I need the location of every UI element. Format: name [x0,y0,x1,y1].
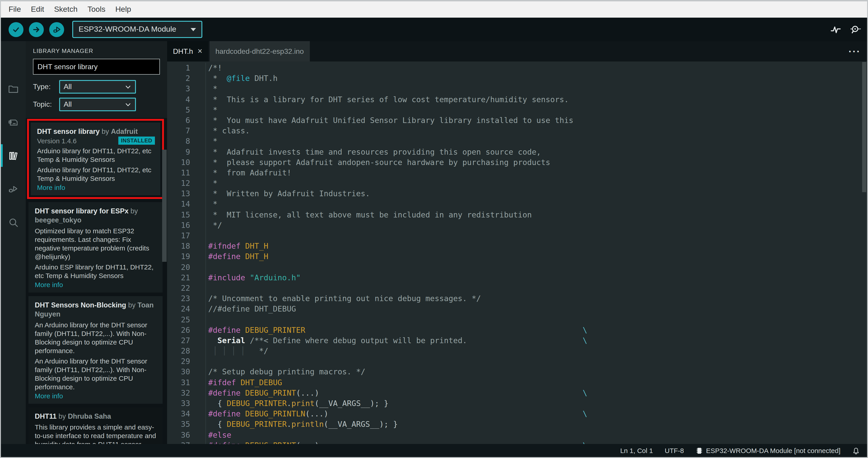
more-info-link[interactable]: More info [37,183,155,192]
menu-sketch[interactable]: Sketch [49,1,83,18]
sidebar-item-search[interactable] [1,215,26,230]
library-entry[interactable]: DHT sensor library by AdafruitVersion 1.… [31,122,160,195]
menu-help[interactable]: Help [111,1,136,18]
more-info-link[interactable]: More info [35,392,157,400]
code-text: #define DHT_H [208,252,268,262]
notifications-button[interactable] [852,447,860,455]
topic-filter-select[interactable]: All [59,98,136,111]
upload-button[interactable] [29,22,44,37]
library-name: DHT sensor library for ESPx [35,207,128,215]
type-filter-select[interactable]: All [59,80,136,93]
code-line[interactable]: 23/* Uncomment to enable printing out ni… [167,293,867,304]
verify-button[interactable] [8,22,24,37]
serial-monitor-icon[interactable] [849,24,861,35]
code-line[interactable]: 24//#define DHT_DEBUG [167,304,867,314]
code-line[interactable]: 19#define DHT_H [167,252,867,262]
code-line[interactable]: 11 * from Adafruit! [167,168,867,178]
code-text: Serial /**< Define where debug output wi… [208,336,587,346]
encoding[interactable]: UTF-8 [665,447,684,454]
library-description: This library provides a simple and easy-… [35,423,157,444]
code-line[interactable]: 30/* Setup debug printing macros. */ [167,367,867,377]
chevron-down-icon [125,101,131,108]
code-line[interactable]: 28 │ │ │ │ */ [167,346,867,356]
notifications-bell-icon [852,447,860,455]
code-line[interactable]: 29 [167,356,867,367]
code-line[interactable]: 13 * Written by Adafruit Industries. [167,189,867,199]
code-line[interactable]: 25 [167,314,867,325]
board-status[interactable]: ESP32-WROOM-DA Module [not connected] [696,447,840,455]
code-text: * You must have Adafruit Unified Sensor … [208,115,573,126]
code-line[interactable]: 15 * MIT license, all text above must be… [167,209,867,220]
code-line[interactable]: 32#define DEBUG_PRINT(...) \ [167,388,867,398]
sidebar-item-boards-manager[interactable] [1,114,26,130]
code-text: * This is a library for DHT series of lo… [208,94,569,105]
code-line[interactable]: 27 Serial /**< Define where debug output… [167,336,867,346]
sidebar-item-library-manager[interactable] [1,148,26,163]
code-line[interactable]: 18#ifndef DHT_H [167,241,867,251]
line-number: 26 [167,325,206,335]
code-line[interactable]: 26#define DEBUG_PRINTER \ [167,325,867,335]
library-entry-header: DHT sensor library by Adafruit [37,127,155,136]
code-line[interactable]: 22 [167,283,867,293]
code-text: * please support Adafruit andopen-source… [208,157,550,168]
code-line[interactable]: 21#include "Arduino.h" [167,273,867,283]
editor-scrollbar[interactable] [862,62,866,192]
menu-edit[interactable]: Edit [26,1,49,18]
library-list-scrollbar[interactable] [162,150,167,262]
code-line[interactable]: 7 * class. [167,126,867,136]
code-line[interactable]: 10 * please support Adafruit andopen-sou… [167,157,867,168]
more-actions-icon[interactable]: ··· [848,41,861,61]
code-line[interactable]: 17 [167,231,867,241]
line-number: 30 [167,367,206,377]
code-line[interactable]: 4 * This is a library for DHT series of … [167,94,867,105]
library-entry[interactable]: DHT11 by Dhruba SahaThis library provide… [28,407,162,444]
code-line[interactable]: 3 * [167,84,867,94]
serial-plotter-icon[interactable] [830,24,841,35]
code-line[interactable]: 9 * Adafruit invests time and resources … [167,147,867,157]
code-line[interactable]: 36#else [167,430,867,440]
by-label: by [128,207,138,215]
code-line[interactable]: 33 { DEBUG_PRINTER.print(__VA_ARGS__); } [167,398,867,409]
code-text: │ │ │ │ */ [208,346,268,356]
tab-dht-h[interactable]: DHT.h × [167,41,208,61]
code-line[interactable]: 14 * [167,199,867,209]
code-editor[interactable]: 1/*!2 * @file DHT.h3 *4 * This is a libr… [167,61,867,444]
code-text: #define DEBUG_PRINT(...) \ [208,388,587,398]
library-entry[interactable]: DHT sensor library for ESPx by beegee_to… [28,202,162,292]
code-line[interactable]: 20 [167,262,867,273]
sidebar-item-debug[interactable] [1,181,26,197]
library-version: Version 1.4.6 [37,137,118,144]
line-number: 25 [167,314,206,325]
more-info-link[interactable]: More info [35,280,157,289]
menu-file[interactable]: File [4,1,26,18]
code-line[interactable]: 2 * @file DHT.h [167,73,867,84]
close-icon[interactable]: × [197,47,202,56]
debug-button[interactable] [49,22,64,37]
code-line[interactable]: 12 * [167,178,867,189]
tab-bar: DHT.h × hardcoded-dht22-esp32.ino ··· [167,41,867,61]
cursor-position[interactable]: Ln 1, Col 1 [620,447,653,454]
code-line[interactable]: 1/*! [167,63,867,73]
library-entry[interactable]: DHT Sensors Non-Blocking by Toan NguyenA… [28,296,162,404]
code-text: #define DEBUG_PRINTLN(...) \ [208,409,587,419]
code-line[interactable]: 6 * You must have Adafruit Unified Senso… [167,115,867,126]
code-line[interactable]: 37#define DEBUG_PRINT(...) \ [167,440,867,444]
sidebar-item-sketchbook[interactable] [1,81,26,96]
code-line[interactable]: 5 * [167,105,867,115]
code-line[interactable]: 35 { DEBUG_PRINTER.println(__VA_ARGS__);… [167,419,867,430]
right-arrow-icon [32,25,41,34]
tab-sketch-ino[interactable]: hardcoded-dht22-esp32.ino [210,41,310,61]
code-line[interactable]: 16 */ [167,220,867,231]
code-line[interactable]: 34#define DEBUG_PRINTLN(...) \ [167,409,867,419]
menu-tools[interactable]: Tools [83,1,110,18]
code-text: */ [208,220,222,231]
board-selector[interactable]: ESP32-WROOM-DA Module [72,21,202,38]
type-filter-label: Type: [33,83,59,91]
library-search-input[interactable] [33,59,160,75]
line-number: 21 [167,273,206,283]
code-line[interactable]: 31#ifdef DHT_DEBUG [167,377,867,388]
library-description: An Arduino library for the DHT sensor fa… [35,320,157,355]
code-line[interactable]: 8 * [167,136,867,147]
line-number: 3 [167,84,206,94]
code-text: #define DEBUG_PRINTER \ [208,325,587,335]
